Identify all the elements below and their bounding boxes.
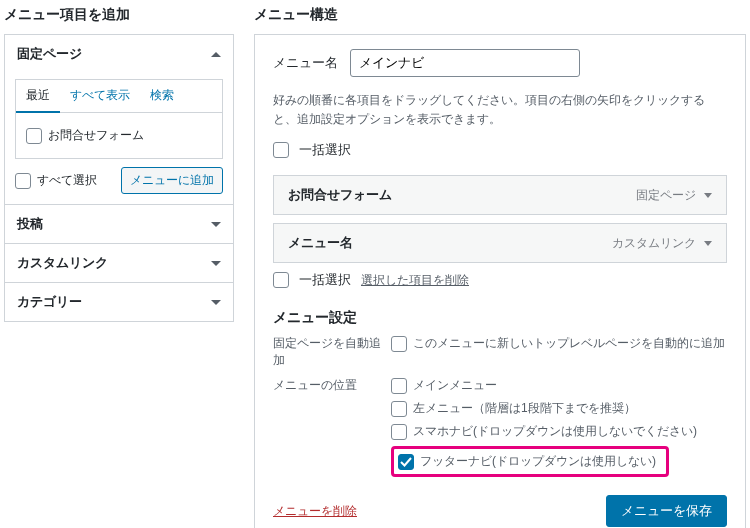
menu-item[interactable]: お問合せフォーム 固定ページ	[273, 175, 727, 215]
page-item-label: お問合せフォーム	[48, 127, 144, 144]
accordion-label: 投稿	[17, 215, 43, 233]
chevron-down-icon[interactable]	[704, 241, 712, 246]
menu-item-title: お問合せフォーム	[288, 186, 392, 204]
tab-all[interactable]: すべて表示	[60, 80, 140, 112]
menu-settings-title: メニュー設定	[273, 309, 727, 327]
menu-item-type: 固定ページ	[636, 187, 696, 204]
help-text: 好みの順番に各項目をドラッグしてください。項目の右側の矢印をクリックすると、追加…	[273, 91, 727, 129]
tab-recent[interactable]: 最近	[16, 80, 60, 113]
accordion-custom-link[interactable]: カスタムリンク	[5, 244, 233, 282]
checkbox-bulk-select-bottom[interactable]	[273, 272, 289, 288]
tab-search[interactable]: 検索	[140, 80, 184, 112]
accordion-label: カスタムリンク	[17, 254, 108, 272]
menu-name-input[interactable]	[350, 49, 580, 77]
location-option: フッターナビ(ドロップダウンは使用しない)	[420, 453, 656, 470]
auto-add-option: このメニューに新しいトップレベルページを自動的に追加	[413, 335, 725, 352]
menu-item-title: メニュー名	[288, 234, 353, 252]
save-menu-button[interactable]: メニューを保存	[606, 495, 727, 527]
accordion-category[interactable]: カテゴリー	[5, 283, 233, 321]
accordion-label: カテゴリー	[17, 293, 82, 311]
checkbox-select-all[interactable]	[15, 173, 31, 189]
accordion-label: 固定ページ	[17, 45, 82, 63]
accordion-posts[interactable]: 投稿	[5, 205, 233, 243]
add-items-title: メニュー項目を追加	[4, 6, 234, 24]
checkbox-location-left[interactable]	[391, 401, 407, 417]
delete-menu-link[interactable]: メニューを削除	[273, 503, 357, 520]
highlight-box: フッターナビ(ドロップダウンは使用しない)	[391, 446, 669, 477]
accordion-fixed-pages[interactable]: 固定ページ	[5, 35, 233, 73]
chevron-down-icon	[211, 300, 221, 305]
menu-item[interactable]: メニュー名 カスタムリンク	[273, 223, 727, 263]
delete-selected-link[interactable]: 選択した項目を削除	[361, 272, 469, 289]
chevron-down-icon	[211, 261, 221, 266]
chevron-up-icon	[211, 52, 221, 57]
add-to-menu-button[interactable]: メニューに追加	[121, 167, 223, 194]
checkbox-location-footer[interactable]	[398, 454, 414, 470]
location-option: スマホナビ(ドロップダウンは使用しないでください)	[413, 423, 697, 440]
chevron-down-icon[interactable]	[704, 193, 712, 198]
location-option: 左メニュー（階層は1段階下までを推奨）	[413, 400, 636, 417]
auto-add-label: 固定ページを自動追加	[273, 335, 383, 369]
select-all-label: すべて選択	[37, 172, 97, 189]
bulk-select-label: 一括選択	[299, 141, 351, 159]
menu-structure-title: メニュー構造	[254, 6, 746, 24]
checkbox-auto-add[interactable]	[391, 336, 407, 352]
accordion-body: 最近 すべて表示 検索 お問合せフォーム	[5, 79, 233, 204]
menu-item-type: カスタムリンク	[612, 235, 696, 252]
locations-label: メニューの位置	[273, 377, 383, 394]
location-option: メインメニュー	[413, 377, 497, 394]
checkbox-location-main[interactable]	[391, 378, 407, 394]
checkbox-bulk-select-top[interactable]	[273, 142, 289, 158]
bulk-select-label: 一括選択	[299, 271, 351, 289]
chevron-down-icon	[211, 222, 221, 227]
checkbox-page-contact[interactable]	[26, 128, 42, 144]
checkbox-location-sp[interactable]	[391, 424, 407, 440]
menu-name-label: メニュー名	[273, 54, 338, 72]
accordion-group: 固定ページ 最近 すべて表示 検索	[4, 34, 234, 322]
